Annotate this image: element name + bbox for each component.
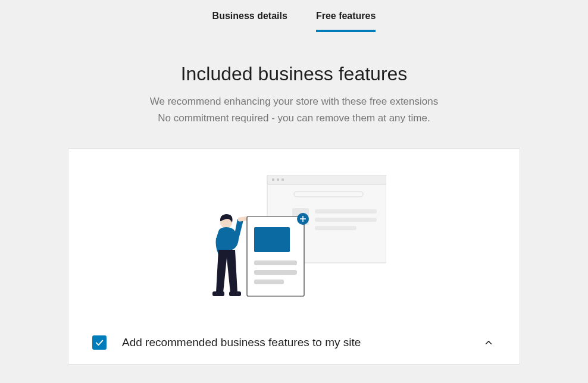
svg-rect-8 — [315, 218, 377, 222]
accordion-toggle[interactable] — [481, 335, 496, 350]
check-icon — [94, 337, 105, 348]
svg-point-3 — [277, 178, 279, 181]
chevron-up-icon — [483, 337, 494, 348]
svg-rect-16 — [254, 227, 290, 252]
page-header: Included business features We recommend … — [0, 63, 588, 127]
svg-point-4 — [282, 178, 284, 181]
page-title: Included business features — [0, 63, 588, 85]
svg-rect-17 — [254, 260, 297, 265]
accordion-label: Add recommended business features to my … — [122, 336, 466, 349]
page-subtitle-line2: No commitment required - you can remove … — [0, 110, 588, 127]
page-subtitle-line1: We recommend enhancing your store with t… — [0, 93, 588, 110]
svg-rect-18 — [254, 270, 297, 275]
svg-rect-19 — [254, 280, 284, 284]
onboarding-illustration-icon — [202, 175, 386, 300]
tab-business-details[interactable]: Business details — [212, 11, 287, 32]
svg-rect-9 — [315, 226, 356, 230]
features-card: Add recommended business features to my … — [68, 148, 520, 365]
tab-bar: Business details Free features — [0, 0, 588, 32]
svg-point-2 — [272, 178, 274, 181]
tab-free-features[interactable]: Free features — [316, 11, 376, 32]
svg-rect-13 — [212, 291, 224, 296]
svg-rect-14 — [229, 291, 241, 296]
accordion-header[interactable]: Add recommended business features to my … — [68, 324, 520, 364]
add-features-checkbox[interactable] — [92, 335, 107, 350]
illustration — [68, 149, 520, 324]
svg-rect-1 — [267, 175, 386, 184]
svg-rect-7 — [315, 209, 377, 214]
